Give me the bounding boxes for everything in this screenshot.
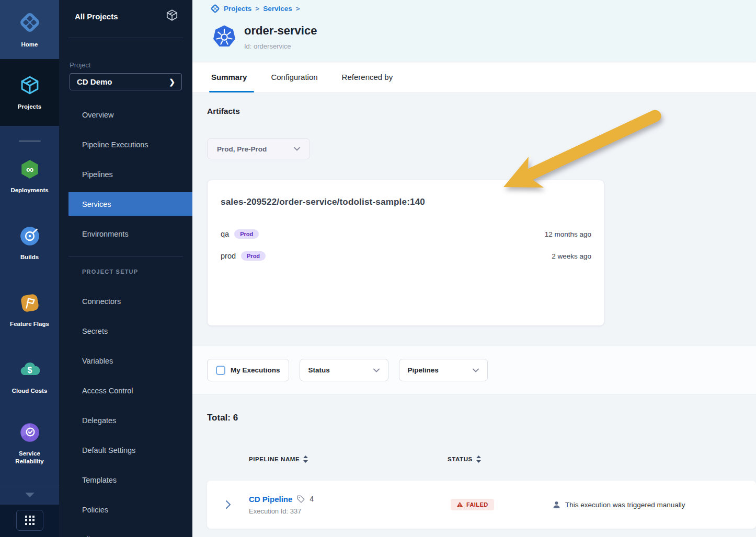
environment-filter-value: Prod, Pre-Prod bbox=[217, 145, 267, 153]
my-executions-checkbox[interactable] bbox=[216, 366, 225, 375]
chevron-down-icon bbox=[294, 147, 300, 151]
tab-bar: Summary Configuration Referenced by bbox=[192, 62, 756, 93]
my-executions-label: My Executions bbox=[231, 366, 280, 374]
trigger-info: This execution was triggered manually bbox=[552, 500, 756, 509]
sort-icon bbox=[303, 456, 308, 463]
harness-logo-icon bbox=[18, 11, 41, 36]
warning-triangle-icon bbox=[456, 501, 463, 508]
chevron-down-icon bbox=[25, 493, 35, 497]
project-sidebar: All Projects Project CD Demo ❯ Overview … bbox=[59, 0, 192, 537]
grid-icon bbox=[25, 515, 35, 526]
status-filter-label: Status bbox=[308, 366, 330, 374]
tab-summary[interactable]: Summary bbox=[211, 62, 247, 92]
sidebar-item-templates[interactable]: Templates bbox=[59, 465, 192, 495]
sidebar-item-file-store[interactable]: File Store bbox=[59, 524, 192, 537]
service-reliability-icon bbox=[19, 422, 41, 446]
artifact-env-row: qa Prod 12 months ago bbox=[221, 229, 591, 239]
rail-item-cloud-costs[interactable]: $ Cloud Costs bbox=[0, 343, 59, 410]
status-filter-dropdown[interactable]: Status bbox=[300, 359, 388, 381]
rail-item-deployments[interactable]: ∞ Deployments bbox=[0, 143, 59, 209]
environment-filter-dropdown[interactable]: Prod, Pre-Prod bbox=[207, 138, 310, 159]
rail-item-home[interactable]: Home bbox=[0, 0, 59, 59]
chevron-down-icon bbox=[373, 368, 380, 372]
rail-item-feature-flags[interactable]: Feature Flags bbox=[0, 276, 59, 343]
feature-flags-icon bbox=[19, 292, 41, 316]
sidebar-item-variables[interactable]: Variables bbox=[59, 346, 192, 376]
column-header-status[interactable]: STATUS bbox=[448, 456, 552, 463]
sidebar-divider bbox=[68, 38, 183, 38]
sidebar-item-policies[interactable]: Policies bbox=[59, 495, 192, 524]
sidebar-item-connectors[interactable]: Connectors bbox=[59, 286, 192, 316]
env-name: qa bbox=[221, 230, 229, 238]
harness-breadcrumb-icon bbox=[210, 4, 220, 14]
rail-label-projects: Projects bbox=[18, 103, 41, 111]
executions-table-header: PIPELINE NAME STATUS bbox=[207, 456, 756, 463]
project-setup-label: PROJECT SETUP bbox=[59, 256, 192, 286]
all-projects-label[interactable]: All Projects bbox=[75, 12, 118, 21]
projects-cube-icon bbox=[19, 74, 41, 98]
page-title: order-service bbox=[244, 24, 317, 38]
svg-text:∞: ∞ bbox=[26, 163, 33, 174]
rail-bottom bbox=[0, 505, 59, 537]
sidebar-item-overview[interactable]: Overview bbox=[59, 100, 192, 130]
sidebar-item-services[interactable]: Services bbox=[68, 192, 192, 216]
execution-row[interactable]: CD Pipeline 4 Execution Id: 337 bbox=[207, 481, 756, 529]
module-rail: Home Projects ∞ Deployments bbox=[0, 0, 59, 537]
breadcrumb-services[interactable]: Services bbox=[263, 5, 292, 13]
module-grid-button[interactable] bbox=[16, 510, 43, 531]
column-header-pipeline-name[interactable]: PIPELINE NAME bbox=[249, 456, 448, 463]
sidebar-item-secrets[interactable]: Secrets bbox=[59, 316, 192, 346]
env-timestamp: 12 months ago bbox=[545, 230, 591, 238]
main-area: Projects > Services > bbox=[192, 0, 756, 537]
my-executions-toggle[interactable]: My Executions bbox=[207, 359, 289, 381]
pipeline-name-link[interactable]: CD Pipeline bbox=[249, 495, 292, 504]
pipelines-filter-dropdown[interactable]: Pipelines bbox=[399, 359, 488, 381]
tab-referenced-by[interactable]: Referenced by bbox=[342, 62, 393, 92]
summary-content: Artifacts Prod, Pre-Prod sales-209522/or… bbox=[192, 93, 756, 529]
status-text: FAILED bbox=[466, 501, 488, 508]
project-selector-value: CD Demo bbox=[77, 77, 112, 86]
artifacts-heading: Artifacts bbox=[207, 107, 756, 116]
rail-divider bbox=[19, 141, 41, 142]
env-type-badge: Prod bbox=[241, 251, 266, 261]
tab-configuration[interactable]: Configuration bbox=[271, 62, 317, 92]
trigger-text: This execution was triggered manually bbox=[565, 501, 685, 509]
tag-icon bbox=[296, 495, 305, 504]
service-id: Id: orderservice bbox=[244, 42, 317, 50]
sidebar-item-pipeline-executions[interactable]: Pipeline Executions bbox=[59, 130, 192, 159]
env-timestamp: 2 weeks ago bbox=[552, 252, 591, 260]
deployments-icon: ∞ bbox=[19, 158, 41, 182]
sidebar-item-default-settings[interactable]: Default Settings bbox=[59, 435, 192, 465]
rail-label-feature-flags: Feature Flags bbox=[10, 320, 49, 328]
sidebar-item-pipelines[interactable]: Pipelines bbox=[59, 159, 192, 189]
kubernetes-icon bbox=[211, 24, 237, 52]
chevron-right-icon: ❯ bbox=[169, 78, 175, 86]
service-header: Projects > Services > bbox=[192, 0, 756, 62]
sort-icon bbox=[476, 456, 481, 463]
all-projects-cube-icon[interactable] bbox=[165, 8, 179, 24]
breadcrumb: Projects > Services > bbox=[192, 0, 756, 14]
sidebar-item-access-control[interactable]: Access Control bbox=[59, 376, 192, 405]
sidebar-item-environments[interactable]: Environments bbox=[59, 219, 192, 249]
artifact-env-row: prod Prod 2 weeks ago bbox=[221, 251, 591, 261]
rail-item-projects[interactable]: Projects bbox=[0, 59, 59, 126]
breadcrumb-projects[interactable]: Projects bbox=[224, 5, 251, 13]
tag-count: 4 bbox=[310, 495, 314, 503]
project-selector[interactable]: CD Demo ❯ bbox=[70, 73, 182, 90]
breadcrumb-separator: > bbox=[296, 5, 300, 13]
env-name: prod bbox=[221, 252, 236, 260]
svg-text:$: $ bbox=[27, 366, 32, 375]
rail-label-cloud-costs: Cloud Costs bbox=[12, 387, 48, 395]
rail-item-service-reliability[interactable]: ServiceReliability bbox=[0, 410, 59, 477]
rail-collapse-band[interactable] bbox=[0, 485, 59, 505]
cloud-costs-icon: $ bbox=[18, 359, 41, 383]
artifact-title: sales-209522/order-service/todolist-samp… bbox=[221, 197, 591, 207]
rail-item-builds[interactable]: Builds bbox=[0, 209, 59, 276]
sidebar-item-delegates[interactable]: Delegates bbox=[59, 405, 192, 435]
builds-icon bbox=[19, 225, 41, 249]
rail-label-deployments: Deployments bbox=[10, 186, 48, 194]
rail-label-service-reliability: ServiceReliability bbox=[15, 450, 43, 465]
rail-label-home: Home bbox=[21, 41, 38, 49]
expand-row-button[interactable] bbox=[207, 500, 249, 509]
pipelines-filter-label: Pipelines bbox=[408, 366, 439, 374]
